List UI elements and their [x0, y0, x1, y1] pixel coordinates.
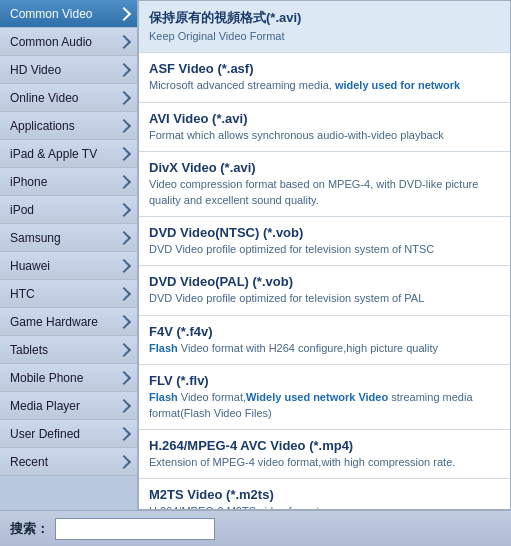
sidebar-item-mobile-phone[interactable]: Mobile Phone: [0, 364, 137, 392]
sidebar-item-label: Media Player: [10, 399, 119, 413]
sidebar-item-samsung[interactable]: Samsung: [0, 224, 137, 252]
sidebar-item-media-player[interactable]: Media Player: [0, 392, 137, 420]
sidebar-item-common-video[interactable]: Common Video: [0, 0, 137, 28]
format-item-desc: DVD Video profile optimized for televisi…: [149, 242, 500, 257]
sidebar-item-game-hardware[interactable]: Game Hardware: [0, 308, 137, 336]
sidebar-item-label: Common Video: [10, 7, 119, 21]
sidebar-item-label: Huawei: [10, 259, 119, 273]
format-item[interactable]: 保持原有的視頻格式(*.avi)Keep Original Video Form…: [139, 1, 510, 53]
chevron-right-icon: [117, 454, 131, 468]
format-item-title: DVD Video(PAL) (*.vob): [149, 274, 500, 289]
format-item-desc: Keep Original Video Format: [149, 29, 500, 44]
chevron-right-icon: [117, 286, 131, 300]
format-item[interactable]: ASF Video (*.asf)Microsoft advanced stre…: [139, 53, 510, 102]
format-item-title: AVI Video (*.avi): [149, 111, 500, 126]
chevron-right-icon: [117, 34, 131, 48]
chevron-right-icon: [117, 230, 131, 244]
format-item-title: 保持原有的視頻格式(*.avi): [149, 9, 500, 27]
search-label: 搜索：: [10, 520, 49, 538]
format-item-title: DVD Video(NTSC) (*.vob): [149, 225, 500, 240]
sidebar-item-applications[interactable]: Applications: [0, 112, 137, 140]
format-item[interactable]: M2TS Video (*.m2ts)H.264/MPEG-2 M2TS vid…: [139, 479, 510, 510]
format-item-title: H.264/MPEG-4 AVC Video (*.mp4): [149, 438, 500, 453]
sidebar-item-label: HTC: [10, 287, 119, 301]
main-container: Common VideoCommon AudioHD VideoOnline V…: [0, 0, 511, 510]
sidebar: Common VideoCommon AudioHD VideoOnline V…: [0, 0, 138, 510]
sidebar-item-recent[interactable]: Recent: [0, 448, 137, 476]
sidebar-item-label: Online Video: [10, 91, 119, 105]
format-item-title: FLV (*.flv): [149, 373, 500, 388]
sidebar-item-label: HD Video: [10, 63, 119, 77]
sidebar-item-common-audio[interactable]: Common Audio: [0, 28, 137, 56]
sidebar-item-label: iPhone: [10, 175, 119, 189]
chevron-right-icon: [117, 174, 131, 188]
search-bar: 搜索：: [0, 510, 511, 546]
chevron-right-icon: [117, 370, 131, 384]
sidebar-item-ipad-&-apple-tv[interactable]: iPad & Apple TV: [0, 140, 137, 168]
sidebar-item-htc[interactable]: HTC: [0, 280, 137, 308]
sidebar-item-label: Applications: [10, 119, 119, 133]
sidebar-item-huawei[interactable]: Huawei: [0, 252, 137, 280]
chevron-right-icon: [117, 202, 131, 216]
format-item-title: ASF Video (*.asf): [149, 61, 500, 76]
sidebar-item-label: Game Hardware: [10, 315, 119, 329]
format-item[interactable]: FLV (*.flv)Flash Video format,Widely use…: [139, 365, 510, 430]
format-item[interactable]: H.264/MPEG-4 AVC Video (*.mp4)Extension …: [139, 430, 510, 479]
chevron-right-icon: [117, 6, 131, 20]
chevron-right-icon: [117, 118, 131, 132]
sidebar-item-hd-video[interactable]: HD Video: [0, 56, 137, 84]
format-item-desc: Format which allows synchronous audio-wi…: [149, 128, 500, 143]
chevron-right-icon: [117, 398, 131, 412]
sidebar-item-tablets[interactable]: Tablets: [0, 336, 137, 364]
format-item[interactable]: F4V (*.f4v)Flash Video format with H264 …: [139, 316, 510, 365]
sidebar-item-label: Tablets: [10, 343, 119, 357]
sidebar-item-label: iPad & Apple TV: [10, 147, 119, 161]
sidebar-item-label: Samsung: [10, 231, 119, 245]
sidebar-item-label: Recent: [10, 455, 119, 469]
sidebar-item-ipod[interactable]: iPod: [0, 196, 137, 224]
format-item-desc: Flash Video format with H264 configure,h…: [149, 341, 500, 356]
chevron-right-icon: [117, 62, 131, 76]
format-item-desc: Microsoft advanced streaming media, wide…: [149, 78, 500, 93]
sidebar-item-label: iPod: [10, 203, 119, 217]
format-item-title: DivX Video (*.avi): [149, 160, 500, 175]
format-item-desc: Flash Video format,Widely used network V…: [149, 390, 500, 421]
sidebar-item-iphone[interactable]: iPhone: [0, 168, 137, 196]
format-item-title: M2TS Video (*.m2ts): [149, 487, 500, 502]
format-item[interactable]: AVI Video (*.avi)Format which allows syn…: [139, 103, 510, 152]
format-item[interactable]: DVD Video(NTSC) (*.vob)DVD Video profile…: [139, 217, 510, 266]
chevron-right-icon: [117, 258, 131, 272]
chevron-right-icon: [117, 90, 131, 104]
search-input[interactable]: [55, 518, 215, 540]
sidebar-item-label: Mobile Phone: [10, 371, 119, 385]
format-item-desc: DVD Video profile optimized for televisi…: [149, 291, 500, 306]
chevron-right-icon: [117, 342, 131, 356]
format-item[interactable]: DVD Video(PAL) (*.vob)DVD Video profile …: [139, 266, 510, 315]
format-item-title: F4V (*.f4v): [149, 324, 500, 339]
chevron-right-icon: [117, 426, 131, 440]
format-item-desc: Extension of MPEG-4 video format,with hi…: [149, 455, 500, 470]
chevron-right-icon: [117, 146, 131, 160]
format-item-desc: Video compression format based on MPEG-4…: [149, 177, 500, 208]
format-item[interactable]: DivX Video (*.avi)Video compression form…: [139, 152, 510, 217]
content-panel: 保持原有的視頻格式(*.avi)Keep Original Video Form…: [138, 0, 511, 510]
sidebar-item-label: Common Audio: [10, 35, 119, 49]
sidebar-item-online-video[interactable]: Online Video: [0, 84, 137, 112]
sidebar-item-label: User Defined: [10, 427, 119, 441]
sidebar-item-user-defined[interactable]: User Defined: [0, 420, 137, 448]
chevron-right-icon: [117, 314, 131, 328]
